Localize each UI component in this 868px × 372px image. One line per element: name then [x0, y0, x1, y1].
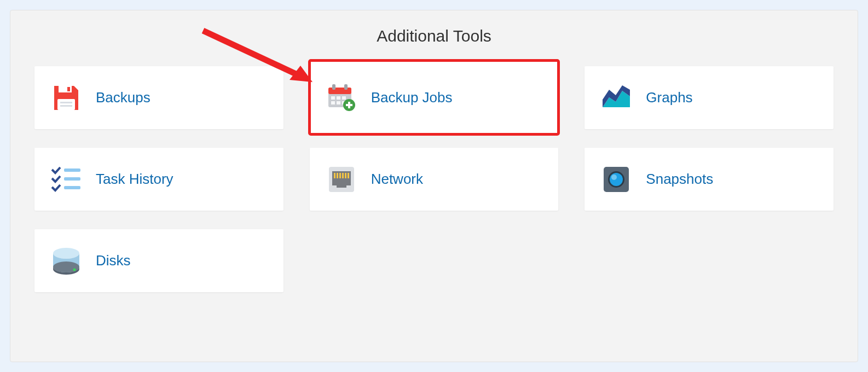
tool-label: Network: [371, 171, 423, 188]
svg-rect-2: [67, 87, 70, 91]
svg-rect-7: [328, 88, 351, 94]
svg-rect-26: [337, 183, 346, 188]
tool-label: Backups: [96, 89, 151, 106]
svg-point-37: [53, 248, 79, 259]
additional-tools-panel: Additional Tools Backups: [10, 10, 858, 362]
svg-rect-10: [331, 96, 335, 100]
svg-rect-4: [60, 102, 72, 103]
tool-card-disks[interactable]: Disks: [34, 229, 283, 292]
tool-label: Task History: [96, 171, 173, 188]
svg-rect-8: [332, 84, 335, 90]
ethernet-port-icon: [325, 163, 358, 196]
svg-rect-27: [334, 173, 335, 178]
svg-rect-5: [60, 105, 72, 107]
tool-card-snapshots[interactable]: Snapshots: [585, 148, 834, 211]
svg-rect-30: [342, 173, 344, 178]
area-chart-icon: [600, 82, 633, 114]
svg-rect-21: [64, 168, 80, 172]
calendar-add-icon: [325, 81, 358, 114]
hard-drive-icon: [50, 245, 83, 277]
tool-label: Snapshots: [646, 171, 713, 188]
checklist-icon: [50, 163, 83, 196]
tool-card-backup-jobs[interactable]: Backup Jobs: [310, 61, 559, 134]
svg-rect-29: [339, 173, 341, 178]
svg-rect-23: [64, 186, 80, 189]
tool-card-graphs[interactable]: Graphs: [585, 66, 834, 129]
svg-point-39: [73, 268, 76, 271]
svg-rect-31: [345, 173, 346, 178]
svg-rect-9: [344, 84, 348, 90]
svg-rect-3: [57, 99, 75, 110]
svg-rect-11: [337, 96, 340, 100]
floppy-disk-icon: [50, 82, 83, 114]
tool-card-backups[interactable]: Backups: [34, 66, 283, 129]
tool-label: Disks: [96, 252, 131, 269]
svg-rect-14: [337, 101, 340, 104]
svg-rect-32: [348, 173, 349, 178]
svg-rect-22: [64, 177, 80, 181]
tool-label: Backup Jobs: [371, 89, 453, 106]
tool-card-task-history[interactable]: Task History: [34, 148, 283, 211]
svg-rect-28: [337, 173, 338, 178]
svg-rect-18: [346, 104, 352, 106]
svg-point-38: [53, 261, 79, 272]
svg-point-35: [610, 173, 623, 186]
section-title: Additional Tools: [32, 27, 836, 45]
svg-point-36: [611, 175, 617, 180]
camera-lens-icon: [600, 163, 633, 196]
svg-rect-13: [331, 101, 335, 104]
tools-grid: Backups: [32, 66, 836, 292]
tool-label: Graphs: [646, 89, 692, 106]
tool-card-network[interactable]: Network: [310, 148, 559, 211]
svg-rect-12: [342, 96, 346, 100]
